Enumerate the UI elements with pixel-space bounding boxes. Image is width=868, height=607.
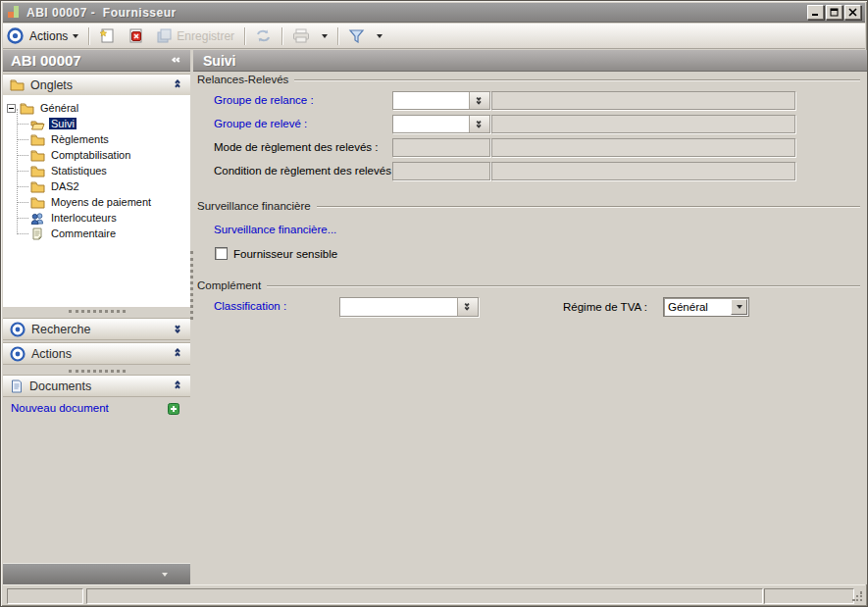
target-icon [7,27,24,44]
splitter-handle[interactable] [69,370,126,373]
groupe-de-releve-description-field [491,115,795,133]
chevron-down-icon [322,34,328,38]
splitter-handle[interactable] [69,310,126,313]
double-chevron-down-icon [464,303,473,312]
fournisseur-sensible-label: Fournisseur sensible [233,248,337,260]
chevron-down-icon [162,573,168,577]
application-window: ABI 00007 - Fournisseur Actions Enregist… [0,0,868,607]
classification-label[interactable]: Classification : [214,300,286,312]
status-panel-left [7,588,83,604]
save-label: Enregistrer [177,29,234,43]
section-header-onglets[interactable]: Onglets [3,74,190,96]
section-header-documents[interactable]: Documents [3,375,190,397]
print-options-button[interactable] [316,32,333,40]
classification-combo[interactable] [339,297,479,317]
tree-item-general[interactable]: Général [3,100,190,116]
section-label-recherche: Recherche [31,323,90,336]
collapse-sidebar-icon[interactable] [173,56,182,66]
folder-icon [10,78,25,91]
select-open-button[interactable] [731,299,747,315]
folder-icon [30,196,45,209]
tree-item-comptabilisation[interactable]: Comptabilisation [3,147,190,163]
refresh-icon [255,28,272,43]
sidebar-header: ABI 00007 [3,50,190,72]
save-button[interactable]: Enregistrer [150,26,240,45]
resize-grip[interactable] [852,591,863,602]
group-title: Surveillance financière [197,200,311,212]
combo-value [393,92,401,109]
group-title: Relances-Relevés [197,74,288,85]
collapse-node-icon[interactable] [7,104,16,113]
tree-item-commentaire[interactable]: Commentaire [3,226,190,241]
sidebar-overflow-bar[interactable] [3,563,190,584]
filter-button[interactable] [342,26,371,45]
actions-menu-button[interactable]: Actions [24,27,84,45]
page-title: Suivi [203,53,235,69]
tree-item-label: Comptabilisation [49,149,132,161]
condition-reglement-field [392,162,490,180]
tree-item-label: Règlements [49,133,111,145]
groupe-de-relance-combo[interactable] [392,91,490,110]
minimize-button[interactable] [807,5,824,20]
condition-reglement-description-field [491,162,795,180]
groupe-de-relance-label[interactable]: Groupe de relance : [214,94,314,106]
groupe-de-releve-combo[interactable] [392,115,490,133]
tree-item-reglements[interactable]: Règlements [3,131,190,147]
target-icon [10,322,26,337]
tabs-tree: Général Suivi Règlements Comptabilisatio… [3,95,190,307]
status-panel-message [86,588,763,604]
regime-tva-select[interactable]: Général [663,297,749,317]
new-document-link[interactable]: Nouveau document [11,402,109,414]
filter-funnel-icon [348,28,365,43]
new-record-button[interactable] [93,26,122,46]
double-chevron-down-icon [476,96,485,105]
tree-item-das2[interactable]: DAS2 [3,178,190,194]
collapse-up-icon[interactable] [174,349,183,359]
status-bar [3,584,865,605]
combo-open-button[interactable] [469,116,489,132]
combo-open-button[interactable] [457,298,478,316]
tree-item-moyens-de-paiement[interactable]: Moyens de paiement [3,194,190,210]
double-chevron-down-icon [476,120,485,128]
group-surveillance-financiere: Surveillance financière [197,200,860,212]
folder-icon [30,180,45,193]
tree-item-label: Général [38,102,80,114]
tree-item-interlocuteurs[interactable]: Interlocuteurs [3,210,190,226]
note-icon [30,228,45,240]
groupe-de-relance-description-field [491,91,795,110]
fournisseur-sensible-checkbox[interactable] [215,247,228,260]
groupe-de-releve-label[interactable]: Groupe de relevé : [214,118,307,129]
chevron-down-icon [737,305,742,309]
toolbar-separator [337,27,338,45]
delete-record-button[interactable] [122,26,150,46]
section-header-recherche[interactable]: Recherche [3,318,190,340]
tree-item-label: Interlocuteurs [49,212,119,224]
section-header-actions[interactable]: Actions [3,342,190,365]
target-icon [10,346,26,362]
title-bar[interactable]: ABI 00007 - Fournisseur [3,3,865,23]
refresh-button[interactable] [249,26,278,45]
delete-x-icon [128,28,144,44]
close-button[interactable] [844,5,861,20]
collapse-up-icon[interactable] [174,80,183,90]
tree-item-statistiques[interactable]: Statistiques [3,163,190,178]
field-row: Classification : Régime de TVA : Général [193,297,867,316]
add-plus-icon[interactable] [168,401,182,414]
maximize-button[interactable] [826,5,842,20]
group-title: Complément [197,279,261,291]
tree-item-label: Statistiques [49,165,109,177]
combo-value [393,116,401,132]
section-label-documents: Documents [29,379,91,393]
section-label-actions: Actions [31,347,72,361]
chevron-down-icon [73,34,78,38]
combo-open-button[interactable] [469,92,489,109]
actions-menu-label: Actions [29,29,68,43]
surveillance-financiere-link[interactable]: Surveillance financière... [214,224,336,235]
tree-item-suivi[interactable]: Suivi [3,116,190,131]
filter-options-button[interactable] [371,32,388,40]
expand-down-icon[interactable] [174,325,183,334]
print-button[interactable] [286,26,316,45]
collapse-up-icon[interactable] [174,381,183,391]
toolbar-separator [244,27,245,45]
field-row: Mode de règlement des relevés : [193,138,867,157]
